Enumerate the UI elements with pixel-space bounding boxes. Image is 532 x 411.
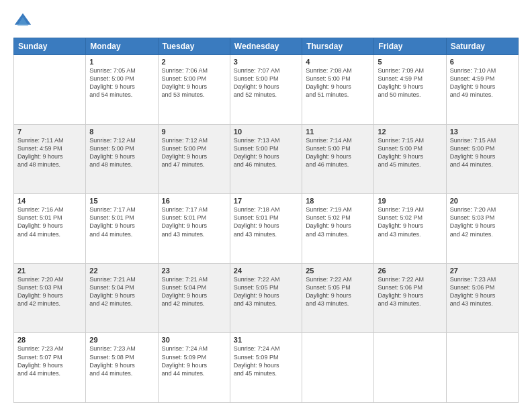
calendar-cell: 31Sunrise: 7:24 AM Sunset: 5:09 PM Dayli…	[230, 333, 302, 403]
calendar-cell: 1Sunrise: 7:05 AM Sunset: 5:00 PM Daylig…	[86, 55, 158, 125]
calendar-cell: 27Sunrise: 7:23 AM Sunset: 5:06 PM Dayli…	[446, 263, 518, 333]
calendar-cell: 3Sunrise: 7:07 AM Sunset: 5:00 PM Daylig…	[230, 55, 302, 125]
day-number: 3	[234, 58, 298, 66]
calendar-cell: 13Sunrise: 7:15 AM Sunset: 5:00 PM Dayli…	[446, 124, 518, 194]
day-info: Sunrise: 7:20 AM Sunset: 5:03 PM Dayligh…	[450, 205, 515, 238]
day-info: Sunrise: 7:21 AM Sunset: 5:04 PM Dayligh…	[89, 275, 154, 308]
calendar-cell: 25Sunrise: 7:22 AM Sunset: 5:05 PM Dayli…	[302, 263, 374, 333]
day-info: Sunrise: 7:23 AM Sunset: 5:06 PM Dayligh…	[450, 275, 515, 308]
calendar-cell: 23Sunrise: 7:21 AM Sunset: 5:04 PM Dayli…	[158, 263, 230, 333]
calendar-cell: 19Sunrise: 7:19 AM Sunset: 5:02 PM Dayli…	[374, 194, 446, 264]
calendar-cell: 20Sunrise: 7:20 AM Sunset: 5:03 PM Dayli…	[446, 194, 518, 264]
weekday-header: Saturday	[446, 38, 518, 55]
day-number: 17	[234, 197, 298, 205]
calendar-week-row: 7Sunrise: 7:11 AM Sunset: 4:59 PM Daylig…	[14, 124, 519, 194]
day-info: Sunrise: 7:22 AM Sunset: 5:05 PM Dayligh…	[234, 275, 298, 308]
day-number: 23	[162, 267, 226, 275]
day-info: Sunrise: 7:08 AM Sunset: 5:00 PM Dayligh…	[306, 66, 370, 99]
day-info: Sunrise: 7:09 AM Sunset: 4:59 PM Dayligh…	[378, 66, 442, 99]
calendar-cell	[302, 333, 374, 403]
weekday-header: Monday	[86, 38, 158, 55]
calendar-cell: 30Sunrise: 7:24 AM Sunset: 5:09 PM Dayli…	[158, 333, 230, 403]
weekday-header: Thursday	[302, 38, 374, 55]
day-number: 18	[306, 197, 370, 205]
day-number: 30	[162, 336, 226, 344]
day-info: Sunrise: 7:17 AM Sunset: 5:01 PM Dayligh…	[89, 205, 154, 238]
calendar-week-row: 21Sunrise: 7:20 AM Sunset: 5:03 PM Dayli…	[14, 263, 519, 333]
day-info: Sunrise: 7:16 AM Sunset: 5:01 PM Dayligh…	[17, 205, 82, 238]
day-info: Sunrise: 7:24 AM Sunset: 5:09 PM Dayligh…	[162, 345, 226, 377]
day-info: Sunrise: 7:23 AM Sunset: 5:07 PM Dayligh…	[17, 345, 82, 377]
day-info: Sunrise: 7:14 AM Sunset: 5:00 PM Dayligh…	[306, 136, 370, 169]
day-number: 26	[378, 267, 442, 275]
day-number: 31	[234, 336, 298, 344]
day-info: Sunrise: 7:15 AM Sunset: 5:00 PM Dayligh…	[450, 136, 515, 169]
day-number: 5	[378, 58, 442, 66]
calendar-body: 1Sunrise: 7:05 AM Sunset: 5:00 PM Daylig…	[14, 55, 519, 403]
day-info: Sunrise: 7:06 AM Sunset: 5:00 PM Dayligh…	[162, 66, 226, 99]
calendar-header-row: SundayMondayTuesdayWednesdayThursdayFrid…	[14, 38, 519, 55]
logo-icon	[13, 12, 32, 31]
calendar-cell: 16Sunrise: 7:17 AM Sunset: 5:01 PM Dayli…	[158, 194, 230, 264]
weekday-header: Sunday	[14, 38, 86, 55]
day-number: 14	[17, 197, 82, 205]
day-number: 19	[378, 197, 442, 205]
day-info: Sunrise: 7:05 AM Sunset: 5:00 PM Dayligh…	[89, 66, 154, 99]
calendar-cell: 29Sunrise: 7:23 AM Sunset: 5:08 PM Dayli…	[86, 333, 158, 403]
calendar-cell	[374, 333, 446, 403]
calendar-cell: 9Sunrise: 7:12 AM Sunset: 5:00 PM Daylig…	[158, 124, 230, 194]
calendar-cell: 11Sunrise: 7:14 AM Sunset: 5:00 PM Dayli…	[302, 124, 374, 194]
day-info: Sunrise: 7:07 AM Sunset: 5:00 PM Dayligh…	[234, 66, 298, 99]
calendar-cell: 8Sunrise: 7:12 AM Sunset: 5:00 PM Daylig…	[86, 124, 158, 194]
calendar-cell: 22Sunrise: 7:21 AM Sunset: 5:04 PM Dayli…	[86, 263, 158, 333]
calendar-cell: 21Sunrise: 7:20 AM Sunset: 5:03 PM Dayli…	[14, 263, 86, 333]
calendar-cell: 2Sunrise: 7:06 AM Sunset: 5:00 PM Daylig…	[158, 55, 230, 125]
calendar-cell: 26Sunrise: 7:22 AM Sunset: 5:06 PM Dayli…	[374, 263, 446, 333]
calendar-cell	[446, 333, 518, 403]
calendar-cell: 4Sunrise: 7:08 AM Sunset: 5:00 PM Daylig…	[302, 55, 374, 125]
day-info: Sunrise: 7:10 AM Sunset: 4:59 PM Dayligh…	[450, 66, 515, 99]
day-info: Sunrise: 7:23 AM Sunset: 5:08 PM Dayligh…	[89, 345, 154, 377]
day-number: 24	[234, 267, 298, 275]
day-number: 28	[17, 336, 82, 344]
day-info: Sunrise: 7:13 AM Sunset: 5:00 PM Dayligh…	[234, 136, 298, 169]
day-info: Sunrise: 7:20 AM Sunset: 5:03 PM Dayligh…	[17, 275, 82, 308]
calendar-cell: 28Sunrise: 7:23 AM Sunset: 5:07 PM Dayli…	[14, 333, 86, 403]
calendar-cell: 18Sunrise: 7:19 AM Sunset: 5:02 PM Dayli…	[302, 194, 374, 264]
logo	[13, 12, 35, 31]
calendar-table: SundayMondayTuesdayWednesdayThursdayFrid…	[13, 38, 519, 403]
day-number: 27	[450, 267, 515, 275]
day-info: Sunrise: 7:21 AM Sunset: 5:04 PM Dayligh…	[162, 275, 226, 308]
day-number: 11	[306, 128, 370, 136]
day-number: 21	[17, 267, 82, 275]
day-info: Sunrise: 7:24 AM Sunset: 5:09 PM Dayligh…	[234, 345, 298, 377]
calendar-week-row: 14Sunrise: 7:16 AM Sunset: 5:01 PM Dayli…	[14, 194, 519, 264]
day-info: Sunrise: 7:12 AM Sunset: 5:00 PM Dayligh…	[162, 136, 226, 169]
calendar-cell: 15Sunrise: 7:17 AM Sunset: 5:01 PM Dayli…	[86, 194, 158, 264]
calendar-cell: 6Sunrise: 7:10 AM Sunset: 4:59 PM Daylig…	[446, 55, 518, 125]
day-number: 20	[450, 197, 515, 205]
day-number: 25	[306, 267, 370, 275]
day-info: Sunrise: 7:12 AM Sunset: 5:00 PM Dayligh…	[89, 136, 154, 169]
day-info: Sunrise: 7:19 AM Sunset: 5:02 PM Dayligh…	[306, 205, 370, 238]
calendar-cell: 7Sunrise: 7:11 AM Sunset: 4:59 PM Daylig…	[14, 124, 86, 194]
calendar-cell: 10Sunrise: 7:13 AM Sunset: 5:00 PM Dayli…	[230, 124, 302, 194]
day-info: Sunrise: 7:17 AM Sunset: 5:01 PM Dayligh…	[162, 205, 226, 238]
weekday-header: Wednesday	[230, 38, 302, 55]
day-number: 16	[162, 197, 226, 205]
day-info: Sunrise: 7:18 AM Sunset: 5:01 PM Dayligh…	[234, 205, 298, 238]
calendar-cell: 5Sunrise: 7:09 AM Sunset: 4:59 PM Daylig…	[374, 55, 446, 125]
day-number: 4	[306, 58, 370, 66]
day-number: 7	[17, 128, 82, 136]
day-info: Sunrise: 7:15 AM Sunset: 5:00 PM Dayligh…	[378, 136, 442, 169]
day-number: 12	[378, 128, 442, 136]
day-number: 9	[162, 128, 226, 136]
day-number: 15	[89, 197, 154, 205]
header	[13, 12, 519, 31]
page: SundayMondayTuesdayWednesdayThursdayFrid…	[0, 0, 532, 411]
calendar-week-row: 28Sunrise: 7:23 AM Sunset: 5:07 PM Dayli…	[14, 333, 519, 403]
calendar-cell: 12Sunrise: 7:15 AM Sunset: 5:00 PM Dayli…	[374, 124, 446, 194]
day-number: 2	[162, 58, 226, 66]
day-number: 1	[89, 58, 154, 66]
calendar-cell: 17Sunrise: 7:18 AM Sunset: 5:01 PM Dayli…	[230, 194, 302, 264]
